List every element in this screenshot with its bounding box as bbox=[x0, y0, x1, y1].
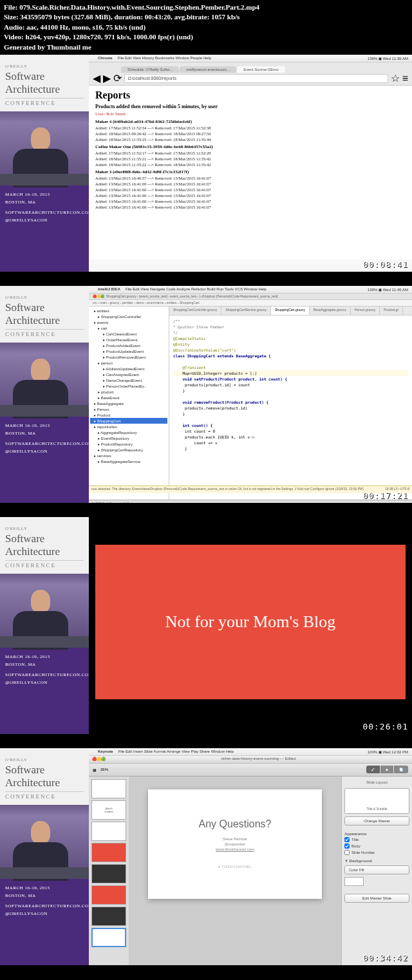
edit-master-button[interactable]: Edit Master Slide bbox=[344, 894, 409, 903]
star-icon[interactable]: ☆ bbox=[391, 72, 400, 84]
animate-tab[interactable]: ◆ bbox=[380, 766, 393, 773]
tree-node[interactable]: ▸ OrderPlacedEvent bbox=[90, 337, 167, 343]
editor-tab[interactable]: Person.groovy bbox=[351, 306, 380, 315]
thumbnail-4: O'REILLY Software Architecture CONFERENC… bbox=[0, 748, 412, 965]
tree-node[interactable]: ▸ events bbox=[90, 319, 167, 325]
thumbnail-2: O'REILLY Software Architecture CONFERENC… bbox=[0, 286, 412, 503]
project-tree[interactable]: ▸ entities▸ ShoppingCartController▸ even… bbox=[89, 306, 169, 500]
tree-node[interactable]: ▸ NameChangedEvent bbox=[90, 377, 167, 383]
editor-tab[interactable]: ShoppingCartService.groovy bbox=[221, 306, 271, 315]
mac-menubar[interactable]: Keynote File Edit Insert Slide Format Ar… bbox=[89, 748, 412, 756]
editor-tab[interactable]: BaseAggregate.groovy bbox=[310, 306, 351, 315]
tree-node[interactable]: ▸ ShoppingCartController bbox=[90, 314, 167, 319]
timestamp: 00:08:41 bbox=[362, 259, 408, 269]
speaker-photo bbox=[0, 343, 89, 417]
editor-tab[interactable]: Product.gr bbox=[380, 306, 403, 315]
editor-tab[interactable]: ShoppingCart.groovy bbox=[271, 306, 310, 315]
timestamp: 00:26:01 bbox=[362, 722, 408, 731]
format-tab[interactable]: 🖌 bbox=[366, 766, 380, 773]
conference-sidebar: O'REILLY Software Architecture CONFERENC… bbox=[0, 286, 89, 503]
speaker-photo bbox=[0, 805, 89, 879]
tree-node[interactable]: ▸ Person bbox=[90, 406, 167, 412]
timestamp: 00:34:42 bbox=[362, 953, 408, 963]
tree-node[interactable]: ▸ ProductRemovedEvent bbox=[90, 354, 167, 360]
mac-menubar[interactable]: Chrome File Edit View History Bookmarks … bbox=[89, 55, 412, 62]
file-info-header: File: 079.Scale.Richer.Data.History.with… bbox=[0, 0, 412, 55]
url-input[interactable]: 🗋 localhost:8080/reports bbox=[124, 74, 388, 83]
tree-node[interactable]: ▸ ProductRepository bbox=[90, 441, 167, 447]
browser-tab[interactable]: Schedule: O'Reilly Softw... bbox=[121, 66, 179, 73]
reload-icon[interactable]: ⟳ bbox=[113, 72, 122, 84]
speaker-photo bbox=[0, 574, 89, 648]
tree-node[interactable]: ▸ repositories bbox=[90, 424, 167, 429]
slide: Not for your Mom's Blog bbox=[95, 545, 406, 699]
tree-node[interactable]: ▸ PersonOrderPlacedEv... bbox=[90, 383, 167, 389]
browser-tab[interactable]: Event Source DEmo bbox=[237, 66, 285, 73]
code-editor[interactable]: /** * @author Steve Pember */ @CompileSt… bbox=[169, 316, 412, 454]
tree-node[interactable]: ▸ EventRepository bbox=[90, 435, 167, 441]
zoom-select[interactable]: 26% bbox=[100, 768, 108, 771]
window-title: 🔴🟡🟢richer-data-history-event-sourcing — … bbox=[89, 756, 412, 764]
tree-node[interactable]: ▸ CartClearedEvent bbox=[90, 331, 167, 337]
window-title: 🔴🟡🟢 ShoppingCart.groovy - [event_source_… bbox=[89, 294, 412, 300]
back-icon[interactable]: ◀ bbox=[93, 72, 100, 84]
thumbnail-1: O'REILLY Software Architecture CONFERENC… bbox=[0, 55, 412, 272]
tree-node[interactable]: ▸ CartAssignedEvent bbox=[90, 372, 167, 377]
tree-node[interactable]: ▸ ShoppingCart bbox=[90, 418, 167, 424]
forward-icon[interactable]: ▶ bbox=[103, 72, 111, 84]
slide-number-checkbox[interactable] bbox=[344, 850, 350, 855]
tree-node[interactable]: ▸ ShoppingCartRepository bbox=[90, 447, 167, 453]
editor-tabs[interactable]: ShoppingCartController.groovyShoppingCar… bbox=[169, 306, 412, 316]
view-icon[interactable]: ▦ bbox=[93, 768, 97, 772]
background-type[interactable]: Color Fill bbox=[344, 865, 409, 874]
tree-node[interactable]: ▸ cart bbox=[90, 325, 167, 331]
tree-node[interactable]: ▸ AddressUpdatedEvent bbox=[90, 366, 167, 372]
slide-navigator[interactable]: @tech#redhat bbox=[89, 777, 129, 965]
speaker-photo bbox=[0, 111, 89, 185]
toolbar[interactable]: ▦ 26% 🖌 ◆ 📄 bbox=[89, 764, 412, 777]
conference-sidebar: O'REILLY Software Architecture CONFERENC… bbox=[0, 748, 89, 965]
body-checkbox[interactable] bbox=[344, 843, 350, 849]
tree-node[interactable]: ▸ BaseAggregateService bbox=[90, 458, 167, 464]
mac-menubar[interactable]: IntelliJ IDEA File Edit View Navigate Co… bbox=[89, 286, 412, 294]
tree-node[interactable]: ▸ ProductUpdatedEvent bbox=[90, 348, 167, 354]
color-swatch[interactable] bbox=[344, 877, 364, 886]
tree-node[interactable]: ▸ ProductAddedEvent bbox=[90, 343, 167, 348]
timestamp: 00:17:21 bbox=[362, 491, 408, 500]
tree-node[interactable]: ▸ Product bbox=[90, 412, 167, 418]
browser-tab[interactable]: oreillysacon-eventsourc... bbox=[180, 66, 236, 73]
page-title: Reports bbox=[95, 90, 406, 101]
report-content: Reports Products added then removed with… bbox=[89, 86, 412, 259]
conference-sidebar: O'REILLY Software Architecture CONFERENC… bbox=[0, 55, 89, 272]
change-master-button[interactable]: Change Master bbox=[344, 816, 409, 825]
browser-tabs[interactable]: Schedule: O'Reilly Softw...oreillysacon-… bbox=[89, 62, 412, 73]
slide-canvas[interactable]: Any Questions? Steve Pember @svpember ww… bbox=[129, 777, 341, 965]
tree-node[interactable]: ▸ AggregateRepository bbox=[90, 429, 167, 435]
breadcrumb[interactable]: src › main › groovy › pember › demo › ec… bbox=[89, 300, 412, 306]
tree-node[interactable]: ▸ BaseAggregate bbox=[90, 400, 167, 406]
menu-icon[interactable]: ≡ bbox=[402, 73, 408, 84]
tree-node[interactable]: ▸ services bbox=[90, 453, 167, 458]
conference-sidebar: O'REILLY Software Architecture CONFERENC… bbox=[0, 517, 89, 734]
tree-node[interactable]: ▸ entities bbox=[90, 308, 167, 314]
tree-node[interactable]: ▸ product bbox=[90, 389, 167, 395]
thumbnail-3: O'REILLY Software Architecture CONFERENC… bbox=[0, 517, 412, 734]
document-tab[interactable]: 📄 bbox=[394, 766, 408, 773]
editor-tab[interactable]: ShoppingCartController.groovy bbox=[169, 306, 221, 315]
layout-preview[interactable]: Title & Subtitle bbox=[344, 788, 409, 814]
title-checkbox[interactable] bbox=[344, 837, 350, 842]
tree-node[interactable]: ▸ person bbox=[90, 360, 167, 366]
tree-node[interactable]: ▸ BaseEvent bbox=[90, 395, 167, 400]
inspector-panel[interactable]: Slide Layout Title & Subtitle Change Mas… bbox=[341, 777, 412, 965]
